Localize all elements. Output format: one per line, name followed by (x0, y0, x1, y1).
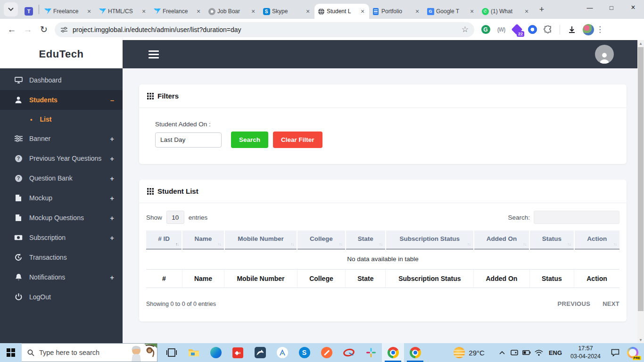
window-minimize-button[interactable]: — (579, 0, 601, 15)
tab-htmlcs[interactable]: HTML/CS × (96, 4, 150, 19)
reload-icon[interactable]: ↻ (36, 24, 52, 35)
window-close-button[interactable]: × (622, 0, 644, 15)
expand-icon[interactable]: + (110, 194, 114, 202)
page-scrollbar[interactable]: ▲ ▼ (637, 40, 644, 343)
user-avatar[interactable] (595, 45, 614, 64)
sidebar-item-previous-year-questions[interactable]: ? Previous Year Questions + (0, 148, 123, 168)
next-page-button[interactable]: NEXT (603, 300, 619, 307)
address-bar[interactable]: project.imgglobal.in/edutech/admin/user/… (55, 22, 474, 37)
expand-icon[interactable]: + (110, 214, 114, 222)
back-icon[interactable]: ← (4, 25, 20, 35)
sidebar-item-banner[interactable]: Banner + (0, 129, 123, 148)
sidebar-item-dashboard[interactable]: Dashboard (0, 70, 123, 90)
menu-toggle-icon[interactable] (149, 50, 159, 58)
slack-button[interactable] (360, 343, 382, 362)
app-logo[interactable]: EduTech (39, 48, 84, 60)
tab-student-list-active[interactable]: Student L × (314, 4, 369, 19)
screen-cast-button[interactable] (508, 343, 520, 362)
extensions-puzzle-icon[interactable] (543, 25, 553, 34)
sidebar-item-mockup[interactable]: Mockup + (0, 188, 123, 208)
sidebar-item-transactions[interactable]: Transactions (0, 247, 123, 267)
wifi-button[interactable] (533, 343, 545, 362)
chrome-button-2[interactable] (404, 343, 426, 362)
tab-portfolio[interactable]: Portfolio × (369, 4, 424, 19)
search-doodle-image[interactable] (126, 344, 157, 362)
taskbar-search-box[interactable] (22, 343, 157, 362)
battery-button[interactable] (520, 343, 533, 362)
tab-freelancer-2[interactable]: Freelance × (150, 4, 205, 19)
profile-avatar[interactable] (583, 24, 594, 35)
expand-icon[interactable]: + (110, 273, 114, 281)
task-view-button[interactable] (160, 343, 182, 362)
tab-close-icon[interactable]: × (85, 8, 93, 15)
collapse-icon[interactable]: – (110, 96, 114, 104)
scroll-up-icon[interactable]: ▲ (637, 40, 644, 47)
snip-app-button[interactable] (338, 343, 360, 362)
expand-icon[interactable]: + (110, 155, 114, 163)
column-header-state[interactable]: State↑↓ (346, 230, 386, 249)
column-header-subscription[interactable]: Subscription Status↑↓ (386, 230, 474, 249)
scroll-down-icon[interactable]: ▼ (637, 337, 644, 343)
tab-close-icon[interactable]: × (523, 8, 530, 15)
search-button[interactable]: Search (231, 132, 268, 148)
taskbar-search-input[interactable] (39, 349, 115, 356)
column-header-mobile[interactable]: Mobile Number↑↓ (224, 230, 297, 249)
new-tab-button[interactable]: + (535, 3, 548, 16)
disabled-extension-icon[interactable]: (W) (496, 25, 506, 34)
tab-close-icon[interactable]: × (468, 8, 476, 15)
tab-whatsapp[interactable]: ✆ (1) What × (479, 4, 533, 19)
column-header-id[interactable]: # ID↑↓ (146, 230, 182, 249)
sidebar-item-students[interactable]: Students – (0, 90, 123, 110)
entries-select[interactable]: 10 (166, 211, 184, 224)
red-app-button[interactable]: ◆› (227, 343, 249, 362)
tab-close-icon[interactable]: × (140, 8, 148, 15)
action-center-button[interactable] (609, 343, 621, 362)
sidebar-item-mockup-questions[interactable]: Mockup Questions + (0, 208, 123, 228)
table-search-input[interactable] (534, 211, 619, 224)
tab-skype[interactable]: S Skype × (260, 4, 314, 19)
mysql-workbench-button[interactable] (249, 343, 271, 362)
tray-expand-button[interactable] (496, 343, 508, 362)
tab-google-translate[interactable]: G Google T × (424, 4, 479, 19)
clear-filter-button[interactable]: Clear Filter (273, 132, 322, 148)
tab-freelancer-1[interactable]: Freelance × (41, 4, 96, 19)
window-maximize-button[interactable]: □ (601, 0, 622, 15)
column-header-action[interactable]: Action↑↓ (574, 230, 619, 249)
pinned-tab-teams[interactable]: T (21, 4, 37, 19)
sidebar-item-logout[interactable]: LogOut (0, 287, 123, 307)
bookmark-star-icon[interactable]: ☆ (462, 25, 469, 34)
postman-button[interactable] (315, 343, 338, 362)
added-on-select[interactable] (155, 132, 222, 148)
previous-page-button[interactable]: PREVIOUS (558, 300, 591, 307)
language-indicator[interactable]: ENG (545, 349, 566, 356)
blue-extension-icon[interactable] (528, 25, 537, 34)
tab-close-icon[interactable]: × (195, 8, 202, 15)
tab-close-icon[interactable]: × (304, 8, 312, 15)
start-button[interactable] (0, 343, 22, 362)
expand-icon[interactable]: + (110, 135, 114, 143)
column-header-status[interactable]: Status↑↓ (529, 230, 574, 249)
tab-job-board[interactable]: Job Boar × (205, 4, 260, 19)
tab-close-icon[interactable]: × (249, 8, 257, 15)
copilot-button[interactable]: PRE (627, 347, 638, 358)
scrollbar-thumb[interactable] (638, 47, 644, 311)
clock[interactable]: 17:57 03-04-2024 (566, 345, 605, 361)
edge-button[interactable] (205, 343, 227, 362)
chrome-button-active[interactable] (382, 343, 404, 362)
sidebar-subitem-list[interactable]: • List (0, 110, 123, 129)
tab-search-button[interactable] (4, 2, 18, 16)
weather-widget[interactable]: 29°C (454, 347, 485, 358)
url-text[interactable]: project.imgglobal.in/edutech/admin/user/… (73, 26, 462, 33)
sidebar-item-notifications[interactable]: Notifications + (0, 267, 123, 287)
sidebar-item-question-bank[interactable]: ? Question Bank + (0, 168, 123, 188)
column-header-college[interactable]: College↑↓ (297, 230, 345, 249)
expand-icon[interactable]: + (110, 234, 114, 242)
expand-icon[interactable]: + (110, 174, 114, 182)
column-header-name[interactable]: Name↑↓ (182, 230, 224, 249)
site-settings-icon[interactable] (60, 26, 68, 33)
tab-close-icon[interactable]: × (413, 8, 421, 15)
downloads-icon[interactable] (567, 25, 577, 34)
coupon-extension-icon[interactable]: 22 (512, 25, 521, 34)
file-explorer-button[interactable] (182, 343, 205, 362)
sidebar-item-subscription[interactable]: Subscription + (0, 228, 123, 247)
